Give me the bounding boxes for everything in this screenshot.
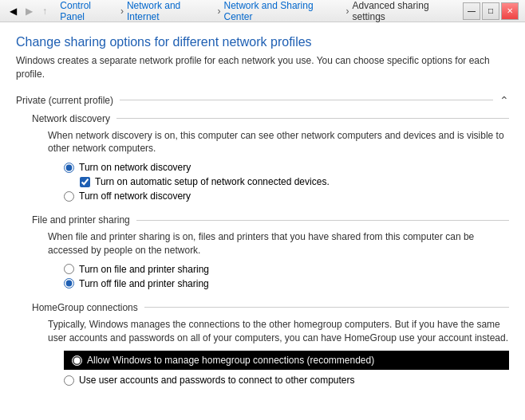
auto-setup-label: Turn on automatic setup of network conne… [95, 176, 330, 187]
homegroup-header: HomeGroup connections [32, 302, 509, 313]
page-description: Windows creates a separate network profi… [16, 54, 509, 81]
file-sharing-divider [136, 220, 509, 221]
private-section-header: Private (current profile) ⌃ [16, 94, 509, 107]
close-button[interactable]: ✕ [501, 2, 519, 20]
file-sharing-header: File and printer sharing [32, 214, 509, 226]
private-section-title: Private (current profile) [16, 95, 113, 106]
turn-off-file-sharing-option: Turn off file and printer sharing [64, 278, 509, 289]
window-controls: — □ ✕ [463, 2, 519, 20]
breadcrumb-current: Advanced sharing settings [352, 0, 463, 22]
main-content: Change sharing options for different net… [0, 22, 525, 420]
network-discovery-title: Network discovery [32, 113, 110, 124]
private-section: Private (current profile) ⌃ Network disc… [16, 94, 509, 387]
breadcrumb-control-panel[interactable]: Control Panel [60, 0, 117, 22]
turn-on-discovery-label: Turn on network discovery [79, 162, 191, 173]
file-sharing-title: File and printer sharing [32, 214, 130, 226]
turn-on-file-sharing-radio[interactable] [64, 264, 74, 274]
file-sharing-options: Turn on file and printer sharing Turn of… [64, 264, 509, 289]
allow-windows-manage-radio[interactable] [72, 355, 82, 366]
turn-off-discovery-option: Turn off network discovery [64, 190, 509, 202]
turn-off-file-sharing-label: Turn off file and printer sharing [79, 278, 209, 289]
use-user-accounts-radio[interactable] [64, 375, 74, 386]
minimize-button[interactable]: — [463, 2, 480, 20]
homegroup-subsection: HomeGroup connections Typically, Windows… [32, 302, 509, 387]
private-section-divider [120, 100, 493, 100]
maximize-button[interactable]: □ [482, 2, 499, 20]
homegroup-desc: Typically, Windows manages the connectio… [48, 318, 509, 345]
allow-windows-manage-option: Allow Windows to manage homegroup connec… [64, 351, 509, 370]
breadcrumb: Control Panel › Network and Internet › N… [60, 0, 463, 22]
turn-on-file-sharing-option: Turn on file and printer sharing [64, 264, 509, 275]
turn-off-discovery-label: Turn off network discovery [79, 190, 191, 202]
network-discovery-divider [116, 118, 509, 119]
file-sharing-subsection: File and printer sharing When file and p… [32, 214, 509, 289]
file-sharing-desc: When file and printer sharing is on, fil… [48, 230, 509, 257]
back-button[interactable]: ◀ [6, 5, 19, 18]
up-button[interactable]: ↑ [38, 5, 51, 18]
title-bar: ◀ ▶ ↑ Control Panel › Network and Intern… [0, 0, 525, 22]
network-discovery-options: Turn on network discovery Turn on automa… [64, 162, 509, 202]
network-discovery-desc: When network discovery is on, this compu… [48, 129, 509, 156]
homegroup-options: Allow Windows to manage homegroup connec… [48, 351, 509, 386]
breadcrumb-network-sharing[interactable]: Network and Sharing Center [224, 0, 343, 22]
turn-on-discovery-radio[interactable] [64, 163, 74, 173]
private-section-chevron[interactable]: ⌃ [499, 94, 509, 107]
network-discovery-subsection: Network discovery When network discovery… [32, 113, 509, 202]
network-discovery-header: Network discovery [32, 113, 509, 124]
breadcrumb-network-internet[interactable]: Network and Internet [127, 0, 215, 22]
allow-windows-manage-label: Allow Windows to manage homegroup connec… [87, 355, 374, 366]
homegroup-title: HomeGroup connections [32, 302, 138, 313]
use-user-accounts-label: Use user accounts and passwords to conne… [79, 375, 355, 386]
turn-on-discovery-option: Turn on network discovery [64, 162, 509, 173]
auto-setup-checkbox[interactable] [80, 177, 90, 187]
turn-off-discovery-radio[interactable] [64, 191, 74, 202]
homegroup-divider [144, 307, 509, 308]
turn-off-file-sharing-radio[interactable] [64, 278, 74, 289]
nav-controls: ◀ ▶ ↑ Control Panel › Network and Intern… [6, 0, 463, 22]
auto-setup-option: Turn on automatic setup of network conne… [80, 176, 509, 187]
page-title: Change sharing options for different net… [16, 35, 509, 49]
forward-button[interactable]: ▶ [22, 5, 35, 18]
turn-on-file-sharing-label: Turn on file and printer sharing [79, 264, 209, 275]
use-user-accounts-option: Use user accounts and passwords to conne… [64, 375, 509, 386]
